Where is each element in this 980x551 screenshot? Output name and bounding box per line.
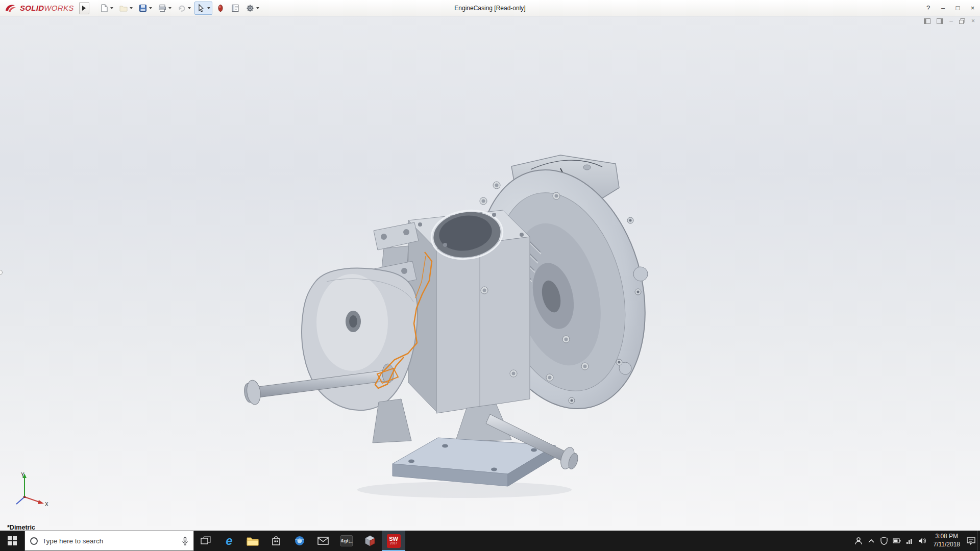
graphics-viewport[interactable]: – × [0, 16, 980, 531]
y-axis-label: Y [21, 472, 24, 478]
start-button[interactable] [0, 531, 24, 551]
battery-icon [893, 538, 901, 543]
network-icon [906, 538, 914, 544]
taskbar-app-store[interactable] [264, 531, 288, 551]
clock-time: 3:08 PM [935, 533, 958, 541]
dropdown-caret-icon[interactable] [168, 7, 172, 9]
taskbar-clock[interactable]: 3:08 PM 7/11/2018 [929, 531, 965, 551]
z-axis-icon [16, 497, 24, 504]
windows-taskbar: e [0, 531, 980, 551]
quick-access-toolbar [97, 2, 261, 15]
taskbar-app-console[interactable]: &gt;_ [335, 531, 358, 551]
network-button[interactable] [903, 531, 916, 551]
undo-button[interactable] [175, 2, 193, 15]
engine-casing-model[interactable] [0, 16, 980, 531]
expand-arrow-icon [82, 6, 86, 11]
x-axis-label: X [45, 502, 48, 507]
window-controls: ? – □ × [921, 0, 980, 16]
speaker-icon [918, 537, 926, 544]
document-minimize-button[interactable]: – [949, 18, 953, 24]
view-orientation-label: *Dimetric [7, 524, 35, 531]
taskbar-app-edge[interactable]: e [217, 531, 241, 551]
help-button[interactable]: ? [921, 0, 936, 16]
save-icon [138, 4, 148, 13]
taskbar-app-solidworks[interactable] [358, 531, 382, 551]
action-center-button[interactable] [965, 531, 977, 551]
dropdown-caret-icon[interactable] [130, 7, 133, 9]
close-button[interactable]: × [965, 0, 980, 16]
x-axis-arrow-icon [38, 500, 44, 504]
show-desktop-button[interactable] [977, 531, 980, 551]
open-folder-icon [119, 4, 128, 13]
undo-icon [177, 4, 186, 13]
print-button[interactable] [156, 2, 174, 15]
file-properties-icon [231, 4, 240, 13]
minimize-button[interactable]: – [936, 0, 950, 16]
console-icon: &gt;_ [340, 535, 353, 546]
windows-logo-icon [8, 536, 17, 545]
document-title: EngineCasing [Read-only] [454, 5, 525, 12]
appearance-bead-icon [216, 4, 225, 13]
task-view-icon [201, 536, 211, 545]
taskbar-app-solidworks-2017[interactable]: SW 2017 [382, 531, 405, 551]
appearances-button[interactable] [214, 2, 227, 15]
maximize-button[interactable]: □ [950, 0, 965, 16]
task-view-button[interactable] [194, 531, 217, 551]
file-explorer-icon [247, 536, 259, 546]
print-icon [158, 4, 167, 13]
document-close-button[interactable]: × [971, 18, 975, 24]
orientation-triad[interactable]: Y X [10, 470, 51, 511]
defender-button[interactable] [878, 531, 891, 551]
document-restore-button[interactable] [959, 18, 965, 24]
dropdown-caret-icon[interactable] [110, 7, 113, 9]
document-window-controls: – × [924, 18, 975, 24]
taskbar-app-browser[interactable] [288, 531, 311, 551]
shield-icon [880, 537, 888, 545]
edge-icon: e [226, 535, 232, 547]
new-document-button[interactable] [97, 2, 115, 15]
search-input[interactable] [42, 537, 177, 545]
chevron-up-icon [868, 539, 874, 543]
logo-text: SOLIDWORKS [20, 4, 74, 12]
store-bag-icon [271, 536, 281, 546]
action-center-icon [967, 537, 975, 545]
solidworks-window: SOLIDWORKS [0, 0, 980, 551]
volume-button[interactable] [916, 531, 929, 551]
pane-right-icon[interactable] [937, 18, 943, 24]
new-document-icon [100, 4, 109, 13]
file-properties-button[interactable] [229, 2, 242, 15]
dropdown-caret-icon[interactable] [207, 7, 210, 9]
taskbar-app-file-explorer[interactable] [241, 531, 264, 551]
menu-expand-button[interactable] [79, 2, 89, 14]
dropdown-caret-icon[interactable] [149, 7, 152, 9]
options-gear-icon [246, 4, 255, 13]
dropdown-caret-icon[interactable] [188, 7, 191, 9]
person-icon [854, 537, 863, 545]
save-button[interactable] [136, 2, 154, 15]
pane-left-icon[interactable] [924, 18, 930, 24]
titlebar: SOLIDWORKS [0, 0, 980, 16]
solidworks-2017-icon: SW 2017 [387, 534, 401, 548]
taskbar-search[interactable] [24, 531, 194, 551]
solidworks-cube-icon [364, 535, 376, 547]
select-tool-button[interactable] [194, 2, 212, 15]
clock-date: 7/11/2018 [934, 541, 961, 549]
microphone-icon[interactable] [182, 537, 188, 545]
ds-logo-icon [4, 3, 17, 13]
taskbar-app-mail[interactable] [311, 531, 335, 551]
options-button[interactable] [243, 2, 261, 15]
battery-button[interactable] [891, 531, 903, 551]
browser-globe-icon [294, 535, 305, 546]
dropdown-caret-icon[interactable] [256, 7, 259, 9]
open-button[interactable] [117, 2, 135, 15]
cortana-icon [30, 537, 38, 545]
hidden-icons-button[interactable] [865, 531, 878, 551]
mail-envelope-icon [317, 537, 329, 545]
select-cursor-icon [197, 4, 206, 13]
people-button[interactable] [852, 531, 865, 551]
solidworks-logo: SOLIDWORKS [0, 3, 79, 13]
system-tray: 3:08 PM 7/11/2018 [852, 531, 980, 551]
